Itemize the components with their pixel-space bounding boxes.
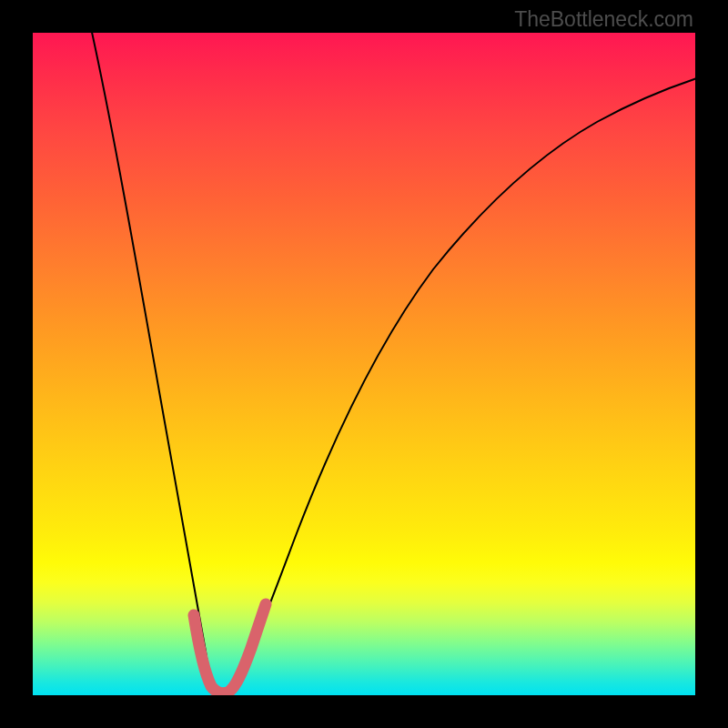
- curve-layer: [33, 33, 695, 695]
- credit-text: TheBottleneck.com: [514, 7, 693, 32]
- optimal-zone-highlight: [194, 604, 266, 693]
- plot-area: [33, 33, 695, 695]
- chart-frame: TheBottleneck.com: [0, 0, 728, 728]
- bottleneck-curve: [84, 33, 695, 691]
